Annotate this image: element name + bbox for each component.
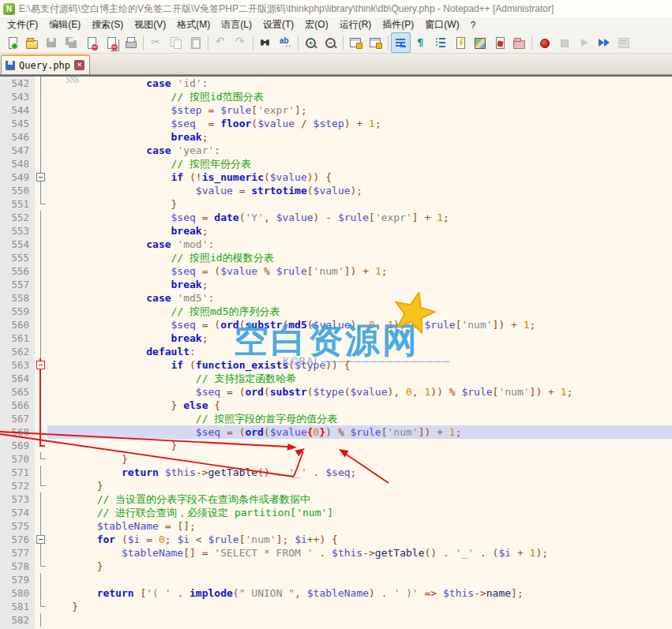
code-editor[interactable]: 542 case 'id':543 // 按照id范围分表544 $step =… xyxy=(0,75,672,629)
show-all-chars-button[interactable] xyxy=(411,32,430,53)
code-text: break; xyxy=(47,331,672,345)
fold-margin-marker xyxy=(35,211,47,224)
save-icon xyxy=(45,36,58,49)
tab-query-php[interactable]: Query.php × xyxy=(1,54,90,74)
sync-scroll-h-button[interactable] xyxy=(366,32,385,53)
code-text xyxy=(47,613,672,627)
menu-item-2[interactable]: 搜索(S) xyxy=(86,17,129,33)
menu-item-3[interactable]: 视图(V) xyxy=(129,17,171,33)
fold-margin-marker xyxy=(35,479,47,492)
print-button[interactable] xyxy=(121,32,141,53)
word-wrap-button[interactable] xyxy=(391,32,411,53)
menu-bar: 文件(F)编辑(E)搜索(S)视图(V)格式(M)语言(L)设置(T)宏(O)运… xyxy=(0,17,672,32)
tab-bar: Query.php × xyxy=(0,54,672,75)
zoom-in-button[interactable] xyxy=(301,32,321,53)
line-number: 542 xyxy=(0,77,35,90)
code-line: 565 $seq = (ord(substr($type($value), 0,… xyxy=(0,385,672,399)
macro-save-button[interactable] xyxy=(614,32,633,53)
toolbar-separator xyxy=(343,36,344,51)
function-list-icon xyxy=(453,36,467,49)
fold-margin-marker xyxy=(35,466,47,479)
toolbar-separator xyxy=(253,36,253,51)
paste-icon xyxy=(189,36,202,49)
line-number: 560 xyxy=(0,318,35,331)
code-line: 578 } xyxy=(0,560,672,573)
find-button[interactable] xyxy=(256,32,276,53)
menu-item-11[interactable]: ? xyxy=(465,18,482,32)
macro-play-button[interactable] xyxy=(574,32,594,53)
menu-item-1[interactable]: 编辑(E) xyxy=(43,17,86,33)
open-button[interactable] xyxy=(22,32,42,53)
save-all-button[interactable] xyxy=(62,32,81,53)
fold-margin-marker xyxy=(35,492,47,506)
menu-item-0[interactable]: 文件(F) xyxy=(2,17,43,33)
code-line: 546 break; xyxy=(0,130,672,144)
menu-item-8[interactable]: 运行(R) xyxy=(334,17,377,33)
zoom-out-button[interactable] xyxy=(321,32,340,53)
toolbar-separator xyxy=(388,36,389,51)
macro-record-button[interactable] xyxy=(535,32,554,53)
code-line: 567 // 按照字段的首字母的值分表 xyxy=(0,412,672,425)
fold-margin-marker xyxy=(35,519,47,533)
menu-item-10[interactable]: 窗口(W) xyxy=(419,17,464,33)
line-number: 548 xyxy=(0,157,35,170)
run-command-icon xyxy=(493,36,506,49)
menu-item-9[interactable]: 插件(P) xyxy=(377,17,419,33)
code-text: $seq = (ord(substr(md5($value), 0, 1)) %… xyxy=(47,318,672,331)
code-line: 560 $seq = (ord(substr(md5($value), 0, 1… xyxy=(0,318,672,331)
code-line: 547 case 'year': xyxy=(0,144,672,157)
fold-margin-marker xyxy=(35,331,47,345)
fold-margin-marker[interactable] xyxy=(35,533,47,546)
line-number: 569 xyxy=(0,439,35,452)
fold-margin-marker xyxy=(35,372,47,385)
menu-item-7[interactable]: 宏(O) xyxy=(299,17,333,33)
toolbar-separator xyxy=(531,36,532,51)
fold-margin-marker[interactable] xyxy=(35,358,47,372)
folder-workspace-button[interactable] xyxy=(509,32,529,53)
paste-button[interactable] xyxy=(186,32,205,53)
save-button[interactable] xyxy=(42,32,62,53)
cut-icon xyxy=(149,36,163,49)
code-line: 569 } xyxy=(0,439,672,452)
cut-button[interactable] xyxy=(146,32,166,53)
code-line: 573 // 当设置的分表字段不在查询条件或者数据中 xyxy=(0,492,672,506)
code-line: 556 $seq = ($value % $rule['num']) + 1; xyxy=(0,264,672,278)
line-number: 545 xyxy=(0,117,35,130)
line-number: 546 xyxy=(0,130,35,144)
new-file-icon xyxy=(6,36,19,49)
replace-button[interactable] xyxy=(276,32,295,53)
code-text: break; xyxy=(47,278,672,291)
fold-margin-marker xyxy=(35,573,47,586)
code-line: 542 case 'id': xyxy=(0,77,672,90)
line-number: 578 xyxy=(0,560,35,573)
document-map-button[interactable] xyxy=(470,32,490,53)
code-line: 564 // 支持指定函数哈希 xyxy=(0,372,672,385)
line-number: 575 xyxy=(0,519,35,533)
code-text: return ['( ' . implode(" UNION ", $table… xyxy=(47,586,672,600)
macro-stop-button[interactable] xyxy=(554,32,574,53)
close-all-button[interactable] xyxy=(101,32,121,53)
sync-scroll-v-button[interactable] xyxy=(346,32,366,53)
redo-button[interactable] xyxy=(231,32,250,53)
code-line: 563 if (function_exists($type)) { xyxy=(0,358,672,372)
close-button[interactable] xyxy=(81,32,101,53)
code-line: 557 break; xyxy=(0,278,672,291)
fold-margin-marker xyxy=(35,613,47,627)
window-title: E:\易支付源码\空白博主给的V免签二开版\V免签PHP二开版源码\thinkp… xyxy=(19,2,554,16)
menu-item-5[interactable]: 语言(L) xyxy=(216,17,257,33)
indent-guide-button[interactable] xyxy=(430,32,450,53)
line-number: 552 xyxy=(0,211,35,224)
new-file-button[interactable] xyxy=(2,32,22,53)
tab-close-icon[interactable]: × xyxy=(74,60,84,70)
fold-margin-marker xyxy=(35,600,47,613)
undo-button[interactable] xyxy=(211,32,231,53)
menu-item-6[interactable]: 设置(T) xyxy=(257,17,299,33)
copy-button[interactable] xyxy=(166,32,186,53)
function-list-button[interactable] xyxy=(450,32,470,53)
macro-run-multi-button[interactable] xyxy=(594,32,614,53)
menu-item-4[interactable]: 格式(M) xyxy=(171,17,216,33)
fold-margin-marker[interactable] xyxy=(35,170,47,184)
run-command-button[interactable] xyxy=(490,32,509,53)
code-line: 582 xyxy=(0,613,672,627)
editor-corner-hatch xyxy=(66,77,79,83)
